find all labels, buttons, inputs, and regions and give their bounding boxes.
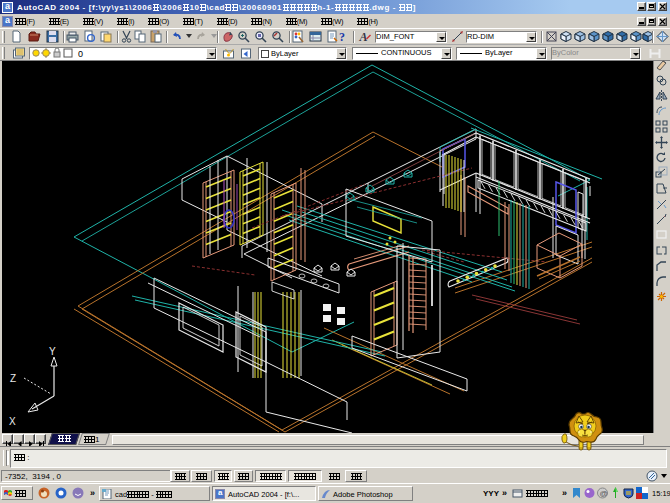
svg-text:@: @ xyxy=(600,489,608,498)
svg-text:Y: Y xyxy=(49,346,56,357)
svg-text:0: 0 xyxy=(78,49,83,59)
svg-text:X: X xyxy=(9,416,16,427)
svg-text:?: ? xyxy=(339,30,345,43)
svg-text:A: A xyxy=(359,30,368,43)
svg-text:Z: Z xyxy=(10,373,16,384)
